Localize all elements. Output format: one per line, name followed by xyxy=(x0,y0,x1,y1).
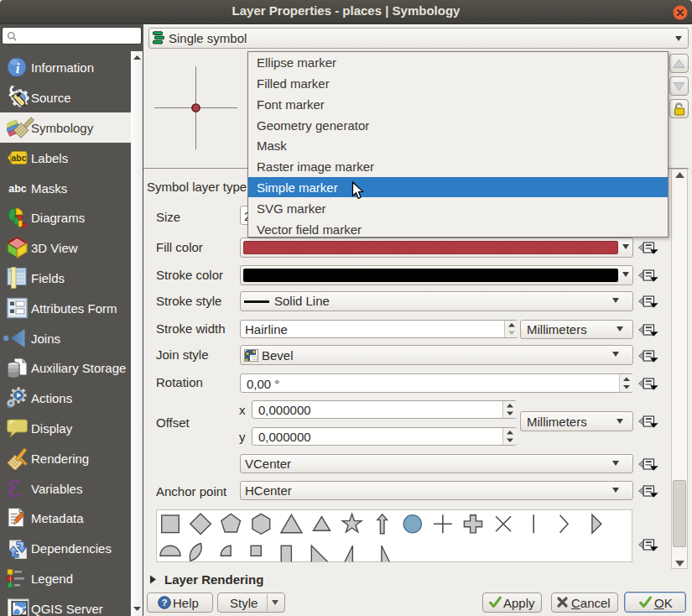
svg-text:?: ? xyxy=(162,598,168,608)
svg-text:i: i xyxy=(16,60,20,76)
svg-text:abc: abc xyxy=(11,153,26,163)
svg-text:abc: abc xyxy=(8,183,27,195)
